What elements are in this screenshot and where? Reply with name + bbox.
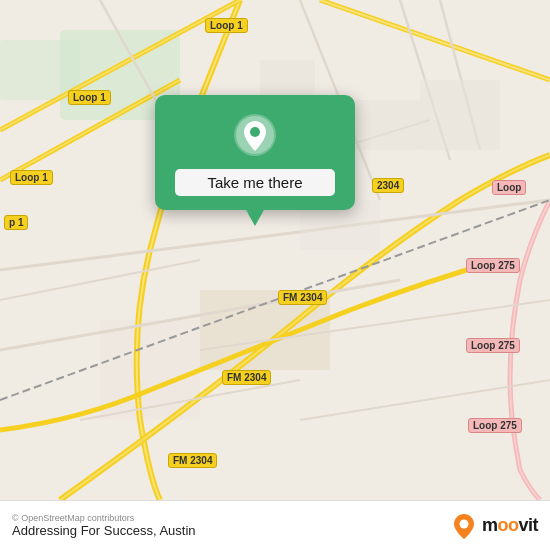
road-label-fm2304-bot: FM 2304 [168,453,217,468]
location-name: Addressing For Success, Austin [12,523,196,538]
road-label-fm2304-right: 2304 [372,178,404,193]
road-label-p1: p 1 [4,215,28,230]
svg-rect-24 [420,80,500,150]
take-me-there-button[interactable]: Take me there [175,169,335,196]
svg-rect-22 [260,60,315,100]
road-label-loop1-left: Loop 1 [68,90,111,105]
road-label-loop275-3: Loop 275 [468,418,522,433]
location-pin-icon [233,113,277,157]
moovit-brand-text: moovit [482,515,538,536]
moovit-pin-icon [450,512,478,540]
svg-point-28 [250,127,260,137]
road-label-loop275-1: Loop 275 [466,258,520,273]
road-label-fm2304-low: FM 2304 [222,370,271,385]
road-label-loop-right: Loop [492,180,526,195]
svg-line-5 [320,0,550,80]
bottom-info: © OpenStreetMap contributors Addressing … [12,513,196,538]
road-label-loop1-top: Loop 1 [205,18,248,33]
moovit-logo[interactable]: moovit [450,512,538,540]
map-attribution: © OpenStreetMap contributors [12,513,196,523]
popup-card[interactable]: Take me there [155,95,355,210]
map-container: Loop 1 Loop 1 Loop 1 p 1 2304 Loop Loop … [0,0,550,500]
road-label-loop275-2: Loop 275 [466,338,520,353]
svg-point-29 [459,519,468,528]
svg-rect-23 [350,100,420,150]
road-label-loop1-far: Loop 1 [10,170,53,185]
bottom-bar: © OpenStreetMap contributors Addressing … [0,500,550,550]
road-label-fm2304-mid: FM 2304 [278,290,327,305]
